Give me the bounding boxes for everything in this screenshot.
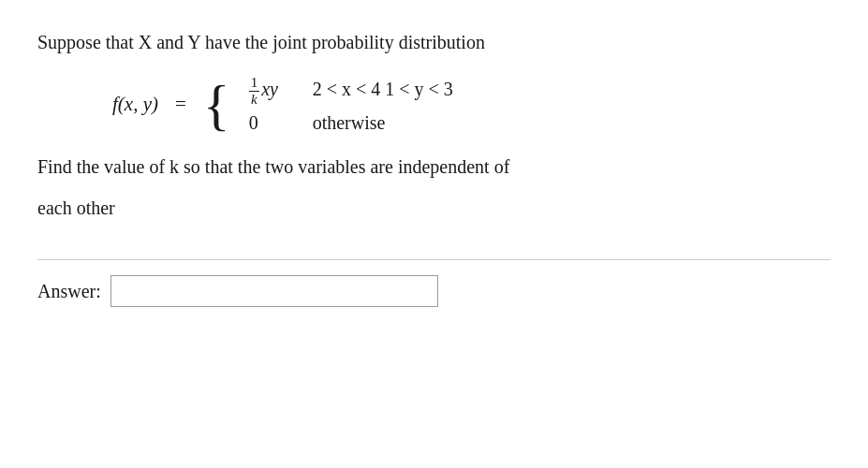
fraction-denominator: k	[249, 92, 259, 108]
section-divider	[37, 259, 831, 260]
case-row-2: 0 otherwise	[249, 112, 453, 134]
piecewise-cases: 1 k xy 2 < x < 4 1 < y < 3 0 otherwise	[249, 75, 453, 134]
function-label: f(x, y)	[112, 93, 158, 116]
intro-sentence: Suppose that X and Y have the joint prob…	[37, 32, 485, 52]
each-other-label: each other	[37, 197, 115, 218]
find-text: Find the value of k so that the two vari…	[37, 153, 831, 181]
xy-term: xy	[261, 79, 278, 99]
fraction-numerator: 1	[249, 75, 260, 92]
answer-label: Answer:	[37, 281, 101, 302]
equals-sign: =	[175, 93, 186, 116]
answer-input[interactable]	[110, 275, 438, 307]
case-row-1: 1 k xy 2 < x < 4 1 < y < 3	[249, 75, 453, 107]
case2-condition: otherwise	[313, 112, 386, 134]
find-sentence: Find the value of k so that the two vari…	[37, 156, 509, 177]
case1-condition: 2 < x < 4 1 < y < 3	[313, 79, 453, 100]
case2-expr: 0	[249, 112, 296, 134]
each-other-text: each other	[37, 194, 831, 222]
answer-row: Answer:	[37, 275, 831, 307]
intro-text: Suppose that X and Y have the joint prob…	[37, 28, 831, 56]
case1-expr: 1 k xy	[249, 75, 296, 107]
fraction-1-k: 1 k	[249, 75, 260, 107]
formula-block: f(x, y) = { 1 k xy 2 < x < 4 1 < y < 3 0…	[112, 75, 831, 134]
left-brace: {	[203, 77, 230, 133]
